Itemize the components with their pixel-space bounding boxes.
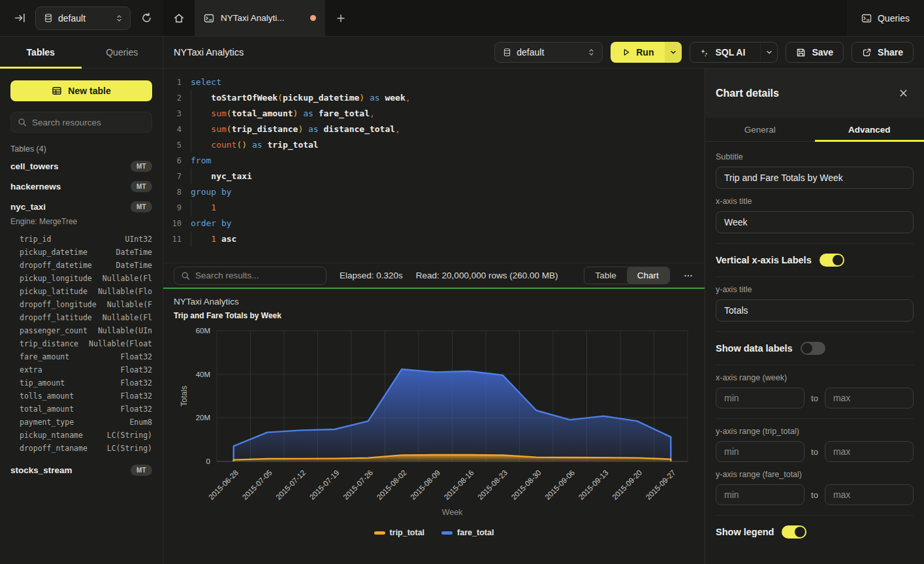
svg-text:2015-09-06: 2015-09-06 <box>543 469 576 501</box>
svg-text:2015-08-30: 2015-08-30 <box>510 469 543 501</box>
xrange-min-input[interactable] <box>716 388 805 408</box>
save-button[interactable]: Save <box>786 42 844 63</box>
view-toggle-chart[interactable]: Chart <box>627 267 669 284</box>
yrange-fare-field-label: y-axis range (fare_total) <box>716 470 914 479</box>
code-text: toStartOfWeek(pickup_datetime) as week, <box>191 90 411 106</box>
line-number: 7 <box>163 169 182 184</box>
sidebar-tab-queries[interactable]: Queries <box>82 37 163 68</box>
yrange-trip-inputs: to <box>716 441 914 462</box>
xrange-max-input[interactable] <box>825 388 914 408</box>
refresh-button[interactable] <box>137 9 155 27</box>
column-row: fare_amountFloat32 <box>20 350 152 363</box>
share-button[interactable]: Share <box>852 42 914 63</box>
code-text: sum(total_amount) as fare_total, <box>191 106 375 122</box>
top-bar-right: Queries <box>847 0 924 36</box>
elapsed-stat: Elapsed: 0.320s <box>340 271 403 280</box>
show-legend-label: Show legend <box>716 527 774 537</box>
xaxis-title-input[interactable] <box>716 211 914 233</box>
sidebar-tab-tables[interactable]: Tables <box>0 37 82 68</box>
subtitle-field-label: Subtitle <box>716 152 914 161</box>
line-number: 3 <box>163 106 182 122</box>
save-button-label: Save <box>812 47 833 58</box>
chart-subtitle: Trip and Fare Totals by Week <box>174 311 281 320</box>
sparkles-icon <box>699 48 709 58</box>
results-search-input[interactable] <box>195 271 319 280</box>
line-number: 9 <box>163 200 182 216</box>
line-number: 4 <box>163 122 182 137</box>
engine-badge: MT <box>131 465 152 476</box>
home-button[interactable] <box>163 0 195 36</box>
main-body: 1select2 toStartOfWeek(pickup_datetime) … <box>163 69 924 564</box>
table-item-stocks_stream[interactable]: stocks_streamMT <box>10 460 152 480</box>
yaxis-title-input[interactable] <box>716 299 914 322</box>
vertical-labels-toggle[interactable] <box>820 254 844 267</box>
table-item-nyc_taxi[interactable]: nyc_taxiMT <box>10 197 152 217</box>
line-number: 8 <box>163 184 182 200</box>
table-item-hackernews[interactable]: hackernewsMT <box>10 176 152 197</box>
column-row: tip_amountFloat32 <box>20 376 152 390</box>
more-options-button[interactable] <box>683 267 694 284</box>
database-icon <box>503 48 511 57</box>
column-row: dropoff_ntanameLC(String) <box>20 442 152 455</box>
legend-swatch <box>441 531 453 535</box>
code-text: nyc_taxi <box>191 169 252 184</box>
toggle-knob <box>833 255 843 265</box>
query-tab-title: NYTaxi Analyti... <box>221 13 304 23</box>
new-table-button[interactable]: New table <box>10 80 152 101</box>
view-toggle-table[interactable]: Table <box>584 267 626 284</box>
tab-advanced-label: Advanced <box>848 125 891 135</box>
sql-console-app: default NYTaxi Analyti... Queri <box>0 0 924 564</box>
terminal-icon <box>204 13 214 24</box>
sql-editor[interactable]: 1select2 toStartOfWeek(pickup_datetime) … <box>163 69 705 263</box>
editor-line: 5 count() as trip_total <box>163 137 705 153</box>
legend-item-fare_total[interactable]: fare_total <box>441 528 494 537</box>
toolbar-database-selector[interactable]: default <box>494 42 603 63</box>
divider <box>716 418 914 419</box>
subtitle-input[interactable] <box>716 167 914 189</box>
yrange-fare-min-input[interactable] <box>716 484 805 505</box>
queries-button[interactable]: Queries <box>861 13 910 24</box>
editor-line: 2 toStartOfWeek(pickup_datetime) as week… <box>163 90 705 106</box>
column-list: trip_idUInt32pickup_datetimeDateTimedrop… <box>10 231 152 460</box>
tab-general[interactable]: General <box>705 118 815 141</box>
legend-label: trip_total <box>390 528 424 537</box>
yrange-fare-max-input[interactable] <box>825 484 914 505</box>
divider <box>716 276 914 277</box>
data-labels-toggle[interactable] <box>801 342 825 355</box>
sidebar-tab-tables-label: Tables <box>27 47 55 58</box>
close-panel-button[interactable] <box>899 88 908 98</box>
collapse-sidebar-button[interactable] <box>10 9 29 27</box>
run-button[interactable]: Run <box>611 42 665 63</box>
column-row: pickup_datetimeDateTime <box>20 246 152 259</box>
query-tab[interactable]: NYTaxi Analyti... <box>195 0 325 36</box>
tab-advanced[interactable]: Advanced <box>815 118 924 141</box>
svg-text:2015-08-09: 2015-08-09 <box>409 469 441 501</box>
yrange-trip-max-input[interactable] <box>825 441 914 462</box>
database-selector-value: default <box>58 13 110 24</box>
svg-text:2015-06-28: 2015-06-28 <box>207 469 240 501</box>
legend-item-trip_total[interactable]: trip_total <box>374 528 424 537</box>
show-legend-toggle[interactable] <box>782 525 806 539</box>
line-number: 1 <box>163 75 182 90</box>
svg-text:Week: Week <box>442 508 463 517</box>
table-item-cell_towers[interactable]: cell_towersMT <box>10 156 152 176</box>
sql-ai-button[interactable]: SQL AI <box>690 42 754 62</box>
yrange-trip-min-input[interactable] <box>716 441 805 462</box>
run-button-group: Run <box>611 42 682 63</box>
read-stat: Read: 20,000,000 rows (260.00 MB) <box>416 271 558 280</box>
code-text: 1 <box>191 200 216 216</box>
editor-line: 8group by <box>163 184 705 200</box>
column-row: trip_idUInt32 <box>20 233 152 246</box>
toggle-knob <box>802 343 812 354</box>
run-options-button[interactable] <box>665 42 682 63</box>
editor-line: 4 sum(trip_distance) as distance_total, <box>163 122 705 137</box>
body: Tables Queries New table Tables (4) cell… <box>0 37 924 564</box>
editor-line: 6from <box>163 153 705 169</box>
svg-text:2015-09-27: 2015-09-27 <box>645 469 677 501</box>
sql-ai-options-button[interactable] <box>760 42 777 62</box>
vertical-labels-row: Vertical x-axis Labels <box>716 254 914 267</box>
sidebar-search-input[interactable] <box>32 118 145 127</box>
new-tab-button[interactable] <box>325 0 357 36</box>
table-name: stocks_stream <box>10 465 72 475</box>
database-selector[interactable]: default <box>35 7 131 30</box>
